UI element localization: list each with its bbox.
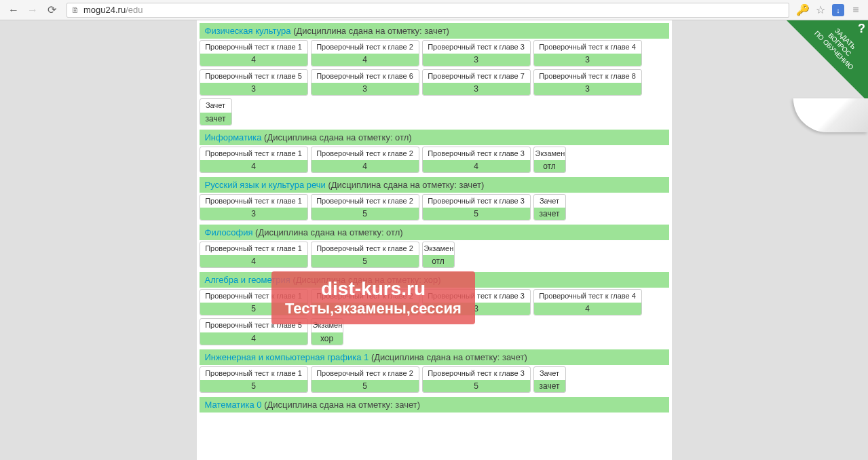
main-panel: Физическая культура (Дисциплина сдана на… <box>197 20 672 460</box>
discipline-link[interactable]: Математика 0 <box>205 400 262 410</box>
discipline-link[interactable]: Информатика <box>205 132 262 142</box>
test-name: Проверочный тест к главе 1 <box>200 147 307 160</box>
test-card[interactable]: Проверочный тест к главе 54 <box>200 318 308 345</box>
discipline-status: (Дисциплина сдана на отметку: зачет) <box>369 352 527 362</box>
test-card[interactable]: Проверочный тест к главе 14 <box>200 147 308 173</box>
test-score: 5 <box>200 303 307 315</box>
test-name: Проверочный тест к главе 2 <box>312 290 419 303</box>
test-score: 5 <box>312 380 419 392</box>
discipline-link[interactable]: Физическая культура <box>205 26 291 36</box>
test-score: 3 <box>200 83 307 95</box>
test-name: Проверочный тест к главе 6 <box>312 70 419 83</box>
test-card[interactable]: Проверочный тест к главе 83 <box>533 69 642 96</box>
test-name: Проверочный тест к главе 1 <box>200 290 307 303</box>
discipline-header: Математика 0 (Дисциплина сдана на отметк… <box>200 397 669 413</box>
test-card[interactable]: Проверочный тест к главе 44 <box>533 289 642 315</box>
test-card[interactable]: Проверочный тест к главе 33 <box>422 40 531 66</box>
discipline-status: (Дисциплина сдана на отметку: отл) <box>252 227 402 237</box>
bookmark-icon[interactable]: ☆ <box>814 3 827 17</box>
test-name: Проверочный тест к главе 2 <box>312 242 419 255</box>
test-score: 5 <box>423 208 530 220</box>
discipline-link[interactable]: Русский язык и культура речи <box>205 180 326 190</box>
test-score: зачет <box>534 208 565 220</box>
test-name: Проверочный тест к главе 2 <box>312 367 419 380</box>
test-card[interactable]: Проверочный тест к главе 25 <box>311 194 419 221</box>
test-score: 4 <box>200 332 307 345</box>
forward-button[interactable]: → <box>24 2 41 18</box>
test-score: 3 <box>534 83 641 95</box>
test-score: хор <box>312 332 343 345</box>
test-card[interactable]: Проверочный тест к главе 63 <box>311 69 419 96</box>
test-score: зачет <box>534 380 565 392</box>
test-name: Проверочный тест к главе 1 <box>200 242 307 255</box>
test-score: отл <box>534 160 565 172</box>
test-score: отл <box>423 255 454 267</box>
test-score: 4 <box>423 160 530 172</box>
test-score: 3 <box>423 54 530 66</box>
test-card[interactable]: Проверочный тест к главе 25 <box>311 242 419 268</box>
test-card[interactable]: Проверочный тест к главе 15 <box>200 289 308 315</box>
test-name: Проверочный тест к главе 3 <box>423 367 530 380</box>
discipline-link[interactable]: Инженерная и компьютерная графика 1 <box>205 352 369 362</box>
content-area: Физическая культура (Дисциплина сдана на… <box>0 20 868 460</box>
test-name: Зачет <box>534 195 565 208</box>
test-card[interactable]: Проверочный тест к главе 35 <box>422 194 531 221</box>
test-card[interactable]: Проверочный тест к главе 14 <box>200 40 308 66</box>
test-score: зачет <box>200 113 231 125</box>
test-name: Экзамен <box>534 147 565 160</box>
discipline-header: Информатика (Дисциплина сдана на отметку… <box>200 130 669 145</box>
discipline-status: (Дисциплина сдана на отметку: зачет) <box>262 400 420 410</box>
test-card[interactable]: Проверочный тест к главе 24 <box>311 147 419 173</box>
discipline-header: Русский язык и культура речи (Дисциплина… <box>200 177 669 193</box>
menu-icon[interactable]: ≡ <box>849 3 863 17</box>
test-card[interactable]: Проверочный тест к главе 24 <box>311 40 419 66</box>
test-card[interactable]: Проверочный тест к главе 34 <box>422 147 531 173</box>
test-card[interactable]: Зачетзачет <box>200 98 232 125</box>
test-card[interactable]: Экзаменотл <box>422 242 455 268</box>
test-card[interactable]: Экзаменхор <box>311 318 343 345</box>
test-score: 4 <box>200 54 307 66</box>
test-card[interactable]: Проверочный тест к главе 73 <box>422 69 531 96</box>
test-name: Проверочный тест к главе 3 <box>423 290 530 303</box>
test-score: 3 <box>200 208 307 220</box>
test-card[interactable]: Зачетзачет <box>533 194 566 221</box>
test-card[interactable]: Проверочный тест к главе 35 <box>422 366 531 393</box>
test-name: Проверочный тест к главе 1 <box>200 367 307 380</box>
test-name: Проверочный тест к главе 1 <box>200 195 307 208</box>
help-corner-badge[interactable]: ? ЗАДАТЬ ВОПРОС ПО ОБУЧЕНИЮ <box>787 20 868 102</box>
test-card[interactable]: Проверочный тест к главе 25 <box>311 366 419 393</box>
browser-toolbar: ← → ⟳ 🗎 mogu24.ru/edu 🔑 ☆ ↓ ≡ <box>0 0 868 20</box>
help-question-mark: ? <box>858 22 865 36</box>
test-card[interactable]: Проверочный тест к главе 14 <box>200 242 308 268</box>
test-score: 4 <box>312 160 419 172</box>
discipline-status: (Дисциплина сдана на отметку: хор) <box>290 275 441 285</box>
discipline-link[interactable]: Алгебра и геометрия <box>205 275 290 285</box>
test-card[interactable]: Проверочный тест к главе 25 <box>311 289 419 315</box>
page-icon: 🗎 <box>71 5 81 15</box>
test-score: 4 <box>200 160 307 172</box>
test-card[interactable]: Зачетзачет <box>533 366 566 393</box>
tests-row: Проверочный тест к главе 13Проверочный т… <box>200 194 669 221</box>
test-score: 5 <box>200 380 307 392</box>
test-name: Проверочный тест к главе 2 <box>312 41 419 54</box>
test-card[interactable]: Проверочный тест к главе 53 <box>200 69 308 96</box>
test-name: Проверочный тест к главе 1 <box>200 41 307 54</box>
test-card[interactable]: Проверочный тест к главе 13 <box>200 194 308 221</box>
test-card[interactable]: Проверочный тест к главе 15 <box>200 366 308 393</box>
test-card[interactable]: Проверочный тест к главе 33 <box>422 289 531 315</box>
test-name: Проверочный тест к главе 5 <box>200 70 307 83</box>
test-score: 3 <box>423 83 530 95</box>
tests-row: Проверочный тест к главе 14Проверочный т… <box>200 147 669 173</box>
key-icon[interactable]: 🔑 <box>796 3 810 17</box>
download-icon[interactable]: ↓ <box>831 3 845 17</box>
back-button[interactable]: ← <box>5 2 22 18</box>
discipline-header: Физическая культура (Дисциплина сдана на… <box>200 23 669 39</box>
test-card[interactable]: Экзаменотл <box>533 147 566 173</box>
address-bar[interactable]: 🗎 mogu24.ru/edu <box>67 3 789 18</box>
test-name: Проверочный тест к главе 8 <box>534 70 641 83</box>
discipline-link[interactable]: Философия <box>205 227 253 237</box>
test-name: Проверочный тест к главе 4 <box>534 290 641 303</box>
test-card[interactable]: Проверочный тест к главе 43 <box>533 40 642 66</box>
reload-button[interactable]: ⟳ <box>43 2 60 18</box>
tests-row: Проверочный тест к главе 14Проверочный т… <box>200 242 669 268</box>
